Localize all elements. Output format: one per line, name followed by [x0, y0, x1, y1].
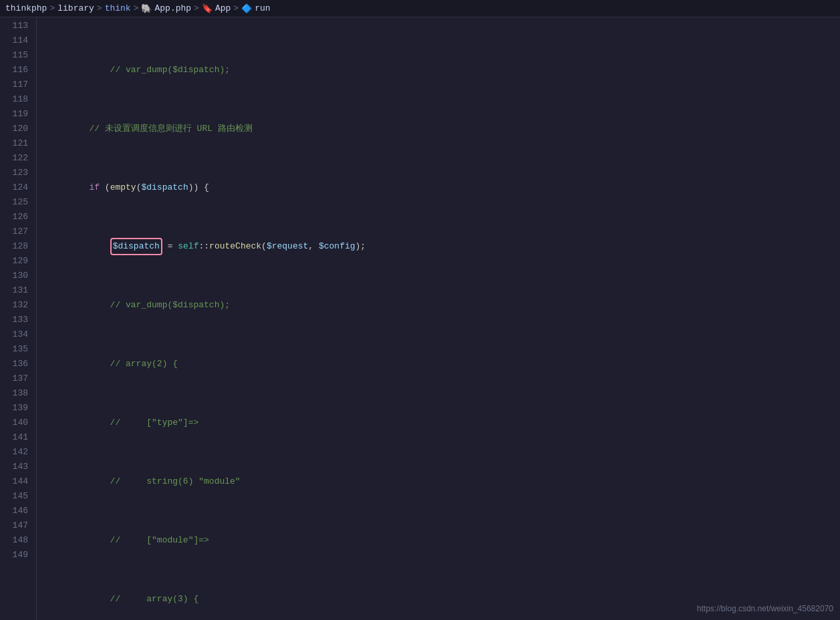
code-container: 113 114 115 116 117 118 119 120 121 122 …: [0, 17, 840, 620]
sep4: >: [194, 3, 199, 13]
breadcrumb-class: App: [215, 3, 231, 13]
breadcrumb-think: think: [105, 3, 131, 13]
watermark: https://blog.csdn.net/weixin_45682070: [697, 604, 833, 613]
sep3: >: [134, 3, 139, 13]
breadcrumb-file-icon: 🐘: [141, 3, 152, 14]
breadcrumb-class-icon: 🔖: [202, 3, 213, 14]
breadcrumb-bar: thinkphp > library > think > 🐘 App.php >…: [0, 0, 840, 17]
breadcrumb-method: run: [255, 3, 270, 13]
code-line-120: // string(6) "module": [47, 474, 840, 489]
code-line-113: // var_dump($dispatch);: [47, 63, 840, 78]
code-area[interactable]: // var_dump($dispatch); // 未设置调度信息则进行 UR…: [37, 17, 840, 620]
sep5: >: [233, 3, 239, 13]
code-line-114: // 未设置调度信息则进行 URL 路由检测: [47, 122, 840, 136]
sep1: >: [49, 3, 55, 13]
code-line-121: // ["module"]=>: [47, 533, 840, 548]
line-numbers: 113 114 115 116 117 118 119 120 121 122 …: [0, 17, 37, 620]
code-line-117: // var_dump($dispatch);: [47, 298, 840, 313]
code-line-118: // array(2) {: [47, 357, 840, 371]
code-line-116: $dispatch = self::routeCheck($request, $…: [47, 239, 840, 254]
breadcrumb-method-icon: 🔷: [241, 3, 252, 14]
breadcrumb-thinkphp: thinkphp: [5, 3, 47, 13]
breadcrumb-filename: App.php: [154, 3, 191, 13]
breadcrumb-library: library: [57, 3, 94, 13]
code-line-115: if (empty($dispatch)) {: [47, 180, 840, 195]
sep2: >: [97, 3, 102, 13]
code-line-119: // ["type"]=>: [47, 416, 840, 430]
